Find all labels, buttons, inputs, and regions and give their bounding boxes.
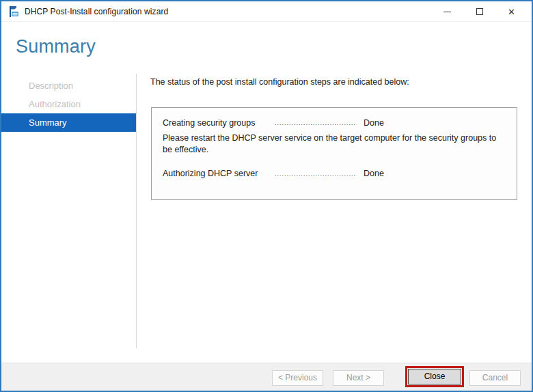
wizard-button-bar: < Previous Next > Close Cancel — [1, 363, 532, 391]
maximize-button[interactable] — [463, 1, 495, 22]
restart-service-note: Please restart the DHCP server service o… — [163, 132, 506, 156]
status-intro-text: The status of the post install configura… — [150, 77, 409, 87]
minimize-icon — [443, 12, 451, 12]
step-status: Done — [364, 118, 384, 128]
close-icon: ✕ — [508, 8, 515, 16]
step-label: Authorizing DHCP server — [163, 169, 275, 178]
next-button[interactable]: Next > — [333, 370, 384, 386]
status-summary-box: Creating security groups ...............… — [151, 107, 517, 200]
page-title: Summary — [16, 36, 96, 57]
maximize-icon — [476, 8, 483, 15]
window-title: DHCP Post-Install configuration wizard — [25, 7, 168, 16]
wizard-step-nav: Description Authorization Summary — [1, 76, 136, 132]
dhcp-server-icon — [8, 5, 20, 18]
sidebar-item-description[interactable]: Description — [1, 76, 136, 95]
close-window-button[interactable]: ✕ — [495, 1, 528, 22]
status-row-authorize-dhcp: Authorizing DHCP server ................… — [163, 169, 384, 178]
previous-button[interactable]: < Previous — [272, 370, 323, 386]
sidebar-item-authorization[interactable]: Authorization — [1, 95, 136, 113]
window-controls: ✕ — [431, 1, 528, 22]
sidebar-item-summary[interactable]: Summary — [1, 113, 136, 132]
cancel-button[interactable]: Cancel — [469, 370, 521, 386]
sidebar-divider — [136, 74, 137, 348]
close-button[interactable]: Close — [408, 369, 461, 384]
title-bar: DHCP Post-Install configuration wizard ✕ — [1, 1, 532, 22]
step-label: Creating security groups — [163, 118, 275, 128]
minimize-button[interactable] — [431, 1, 463, 22]
dotted-leader: ........................................… — [275, 119, 357, 127]
dotted-leader: ........................................… — [275, 169, 357, 178]
wizard-window: DHCP Post-Install configuration wizard ✕… — [0, 0, 533, 392]
status-row-security-groups: Creating security groups ...............… — [163, 118, 384, 128]
step-status: Done — [364, 169, 384, 178]
red-highlight-annotation: Close — [405, 366, 464, 387]
